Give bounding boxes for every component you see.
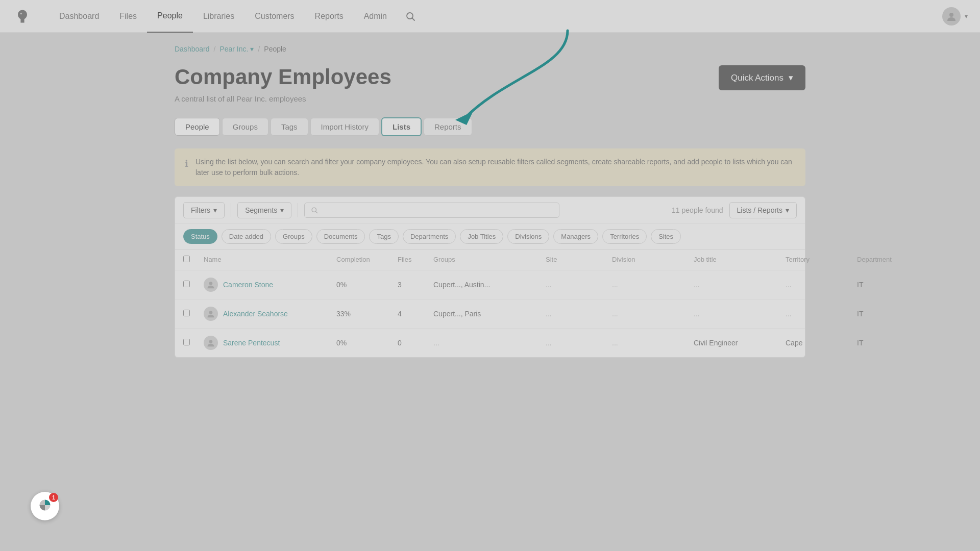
col-filter-documents[interactable]: Documents: [316, 229, 365, 244]
people-found: 11 people found: [672, 206, 723, 214]
header-job-title: Job title: [694, 256, 786, 264]
tabs-wrapper: People Groups Tags Import History Lists …: [175, 117, 805, 136]
main-content: Dashboard / Pear Inc. ▾ / People Company…: [158, 33, 822, 370]
nav-people[interactable]: People: [147, 0, 193, 33]
tab-reports[interactable]: Reports: [424, 118, 472, 136]
tab-import-history[interactable]: Import History: [310, 118, 379, 136]
col-filter-managers[interactable]: Managers: [553, 229, 598, 244]
lists-reports-chevron: ▾: [786, 206, 789, 214]
nav-dashboard[interactable]: Dashboard: [49, 0, 109, 33]
search-icon-small: [311, 207, 318, 214]
filter-bar: Filters ▾ Segments ▾ 11 people found Lis…: [175, 196, 805, 224]
page-header: Company Employees Quick Actions ▾: [175, 65, 805, 90]
tab-people[interactable]: People: [175, 118, 220, 136]
filters-chevron: ▾: [213, 206, 217, 214]
person-name-3[interactable]: Sarene Pentecust: [204, 336, 336, 350]
search-input[interactable]: [322, 206, 553, 214]
header-division: Division: [612, 256, 694, 264]
col-filter-groups[interactable]: Groups: [275, 229, 312, 244]
col-filter-divisions[interactable]: Divisions: [507, 229, 549, 244]
row-checkbox-2[interactable]: [183, 310, 190, 316]
files-1: 3: [398, 281, 433, 289]
breadcrumb-org-chevron: ▾: [250, 45, 254, 53]
topnav-right: ▾: [942, 7, 968, 26]
row-checkbox-1[interactable]: [183, 281, 190, 287]
col-filter-territories[interactable]: Territories: [602, 229, 647, 244]
avatar[interactable]: [942, 7, 961, 26]
groups-3: ...: [433, 339, 546, 347]
nav-libraries[interactable]: Libraries: [193, 0, 244, 33]
top-navigation: Dashboard Files People Libraries Custome…: [0, 0, 980, 33]
completion-1: 0%: [336, 281, 398, 289]
tab-lists-container: Lists: [381, 117, 422, 136]
job-title-1: ...: [694, 281, 786, 289]
page-title: Company Employees: [175, 65, 391, 89]
select-all-checkbox[interactable]: [183, 256, 190, 262]
app-logo[interactable]: [12, 6, 33, 27]
people-table: Name Completion Files Groups Site Divisi…: [175, 249, 805, 358]
groups-2: Cupert..., Paris: [433, 310, 546, 318]
lists-reports-button[interactable]: Lists / Reports ▾: [729, 202, 797, 218]
svg-point-3: [949, 13, 953, 17]
col-filter-sites[interactable]: Sites: [651, 229, 681, 244]
table-header: Name Completion Files Groups Site Divisi…: [175, 249, 805, 270]
info-icon: ℹ: [185, 157, 188, 171]
tab-tags[interactable]: Tags: [271, 118, 308, 136]
table-row: Sarene Pentecust 0% 0 ... ... ... Civil …: [175, 329, 805, 357]
breadcrumb: Dashboard / Pear Inc. ▾ / People: [175, 45, 805, 53]
quick-actions-button[interactable]: Quick Actions ▾: [719, 65, 805, 90]
territory-2: ...: [786, 310, 857, 318]
col-filter-job-titles[interactable]: Job Titles: [460, 229, 503, 244]
notification-widget[interactable]: 1: [31, 492, 59, 520]
tab-groups[interactable]: Groups: [222, 118, 268, 136]
completion-2: 33%: [336, 310, 398, 318]
breadcrumb-sep-1: /: [214, 45, 216, 53]
division-1: ...: [612, 281, 694, 289]
files-2: 4: [398, 310, 433, 318]
breadcrumb-org[interactable]: Pear Inc. ▾: [219, 45, 254, 53]
search-wrap: [304, 203, 559, 218]
person-name-2[interactable]: Alexander Seahorse: [204, 307, 336, 321]
svg-point-7: [209, 282, 213, 285]
site-2: ...: [546, 310, 612, 318]
info-text: Using the list below, you can search and…: [195, 157, 795, 178]
col-filter-departments[interactable]: Departments: [403, 229, 456, 244]
segments-chevron: ▾: [280, 206, 284, 214]
search-icon[interactable]: [401, 7, 420, 26]
row-checkbox-3[interactable]: [183, 339, 190, 345]
svg-point-0: [20, 12, 22, 14]
filter-divider-2: [298, 203, 298, 217]
nav-admin[interactable]: Admin: [354, 0, 397, 33]
breadcrumb-dashboard[interactable]: Dashboard: [175, 45, 210, 53]
info-box: ℹ Using the list below, you can search a…: [175, 148, 805, 186]
tab-lists[interactable]: Lists: [381, 117, 422, 136]
user-menu-chevron[interactable]: ▾: [965, 13, 968, 20]
column-filters: Status Date added Groups Documents Tags …: [175, 224, 805, 249]
files-3: 0: [398, 339, 433, 347]
notification-badge: 1: [49, 493, 58, 502]
site-1: ...: [546, 281, 612, 289]
avatar-3: [204, 336, 218, 350]
nav-files[interactable]: Files: [109, 0, 147, 33]
avatar-1: [204, 278, 218, 292]
completion-3: 0%: [336, 339, 398, 347]
header-site: Site: [546, 256, 612, 264]
header-groups: Groups: [433, 256, 546, 264]
nav-reports[interactable]: Reports: [305, 0, 354, 33]
page-subtitle: A central list of all Pear Inc. employee…: [175, 94, 805, 103]
nav-customers[interactable]: Customers: [244, 0, 304, 33]
filters-button[interactable]: Filters ▾: [183, 202, 225, 218]
col-filter-status[interactable]: Status: [183, 229, 217, 244]
col-filter-date-added[interactable]: Date added: [222, 229, 271, 244]
job-title-2: ...: [694, 310, 786, 318]
person-name-1[interactable]: Cameron Stone: [204, 278, 336, 292]
breadcrumb-current: People: [264, 45, 286, 53]
col-filter-tags[interactable]: Tags: [369, 229, 398, 244]
header-checkbox: [183, 256, 204, 264]
filter-divider: [231, 203, 231, 217]
segments-button[interactable]: Segments ▾: [237, 202, 291, 218]
job-title-3: Civil Engineer: [694, 339, 786, 347]
territory-1: ...: [786, 281, 857, 289]
header-territory: Territory: [786, 256, 857, 264]
territory-3: Cape: [786, 339, 857, 347]
